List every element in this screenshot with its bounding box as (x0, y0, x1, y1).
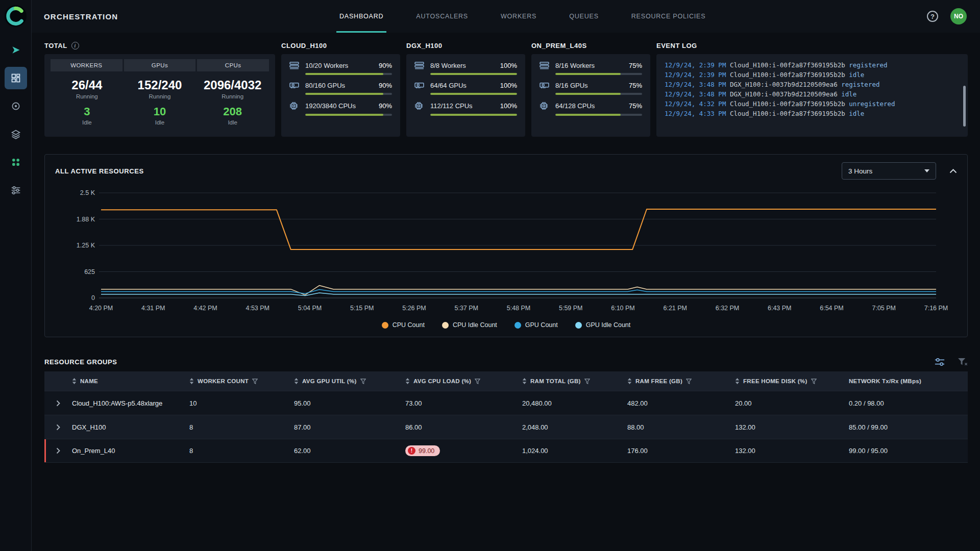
running-label: Running (51, 93, 124, 99)
help-icon[interactable]: ? (927, 11, 938, 22)
svg-text:7:16 PM: 7:16 PM (924, 305, 948, 312)
legend-item-gpu-idle-count[interactable]: GPU Idle Count (575, 321, 631, 329)
table-cell: 482.00 (627, 399, 735, 407)
table-cell: 86.00 (405, 423, 522, 431)
sort-icon[interactable] (735, 378, 740, 384)
tab-resource-policies[interactable]: RESOURCE POLICIES (628, 0, 709, 33)
table-cell: 1,024.00 (522, 447, 627, 455)
column-header-free-home-disk[interactable]: FREE HOME DISK (%) (735, 378, 849, 384)
expand-row-button[interactable] (44, 424, 72, 431)
table-row-on-prem-l40[interactable]: On_Prem_L40862.00!99.001,024.00176.00132… (44, 439, 968, 463)
sort-icon[interactable] (627, 378, 632, 384)
progress-bar (305, 93, 392, 95)
expand-row-button[interactable] (44, 447, 72, 454)
resource-groups-title: RESOURCE GROUPS (44, 358, 117, 366)
resource-metric-row: 8/16 Workers75% (540, 62, 642, 75)
metric-percent: 100% (500, 82, 517, 89)
stats-row: TOTAL i WORKERSGPUsCPUs 26/44Running3Idl… (44, 42, 968, 137)
sort-icon[interactable] (72, 378, 77, 384)
svg-text:4:31 PM: 4:31 PM (141, 305, 165, 312)
progress-bar (430, 93, 517, 95)
tab-queues[interactable]: QUEUES (566, 0, 602, 33)
column-header-ram-total-gb[interactable]: RAM TOTAL (GB) (522, 378, 627, 384)
svg-text:4:20 PM: 4:20 PM (89, 305, 113, 312)
metric-percent: 100% (500, 102, 517, 110)
app-logo[interactable] (4, 5, 27, 28)
resource-metric-row: 64/64 GPUs100% (414, 82, 517, 95)
app-root: ORCHESTRATION DASHBOARDAUTOSCALERSWORKER… (0, 0, 980, 551)
svg-text:5:48 PM: 5:48 PM (506, 305, 530, 312)
legend-dot (442, 322, 449, 329)
column-label: AVG CPU LOAD (%) (413, 378, 471, 384)
gpu-icon (414, 82, 425, 89)
svg-text:6:43 PM: 6:43 PM (767, 305, 791, 312)
sort-icon[interactable] (294, 378, 299, 384)
filter-icon[interactable] (252, 379, 258, 384)
legend-item-gpu-count[interactable]: GPU Count (514, 321, 558, 329)
column-header-ram-free-gb[interactable]: RAM FREE (GB) (627, 378, 735, 384)
legend-label: GPU Count (525, 321, 558, 329)
workers-icon[interactable] (5, 95, 27, 117)
column-settings-icon[interactable] (935, 358, 945, 366)
resource-metric-row: 10/20 Workers90% (289, 62, 392, 75)
filter-icon[interactable] (360, 379, 366, 384)
event-log-scrollbar[interactable] (963, 86, 966, 127)
tab-workers[interactable]: WORKERS (498, 0, 540, 33)
column-header-worker-count[interactable]: WORKER COUNT (189, 378, 294, 384)
svg-text:5:59 PM: 5:59 PM (558, 305, 582, 312)
svg-text:0: 0 (91, 294, 95, 302)
cpu-icon (414, 102, 425, 110)
legend-item-cpu-idle-count[interactable]: CPU Idle Count (442, 321, 497, 329)
metric-label: 8/8 Workers (430, 62, 466, 69)
info-icon[interactable]: i (71, 42, 79, 49)
dashboard-icon[interactable] (5, 67, 27, 89)
tab-dashboard[interactable]: DASHBOARD (336, 0, 386, 33)
metric-label: 1920/3840 CPUs (305, 102, 356, 110)
alert-badge: !99.00 (405, 445, 440, 456)
avatar[interactable]: NO (950, 8, 967, 24)
filter-icon[interactable] (686, 379, 692, 384)
progress-bar (305, 114, 392, 116)
alert-icon: ! (408, 447, 415, 455)
time-range-select[interactable]: 3 Hours (842, 162, 936, 180)
cpu-icon (540, 102, 550, 110)
launch-icon[interactable] (5, 39, 27, 61)
event-log-title: EVENT LOG (656, 42, 968, 49)
table-cell: 2,048.00 (522, 423, 627, 431)
clear-filters-icon[interactable] (958, 358, 968, 366)
resource-panel-cloud-h100: CLOUD_H10010/20 Workers90%80/160 GPUs90%… (281, 42, 400, 137)
svg-text:5:15 PM: 5:15 PM (350, 305, 374, 312)
table-cell: 62.00 (294, 447, 405, 455)
applications-icon[interactable] (5, 151, 27, 173)
metric-label: 64/128 CPUs (555, 102, 595, 110)
table-cell: 20.00 (735, 399, 849, 407)
collapse-panel-button[interactable] (949, 169, 957, 173)
metric-label: 64/64 GPUs (430, 82, 467, 89)
table-row-dgx-h100[interactable]: DGX_H100887.0086.002,048.0088.00132.0085… (44, 415, 968, 439)
column-header-name[interactable]: NAME (72, 378, 189, 384)
sort-icon[interactable] (522, 378, 527, 384)
resource-panel-dgx-h100: DGX_H1008/8 Workers100%64/64 GPUs100%112… (406, 42, 525, 137)
column-header-avg-gpu-util[interactable]: AVG GPU UTIL (%) (294, 378, 405, 384)
column-label: NETWORK Tx/Rx (MBps) (849, 378, 921, 384)
legend-item-cpu-count[interactable]: CPU Count (382, 321, 425, 329)
sort-icon[interactable] (405, 378, 410, 384)
column-header-avg-cpu-load[interactable]: AVG CPU LOAD (%) (405, 378, 522, 384)
sort-icon[interactable] (189, 378, 194, 384)
filter-icon[interactable] (811, 379, 817, 384)
metric-label: 112/112 CPUs (430, 102, 473, 110)
queues-icon[interactable] (5, 123, 27, 145)
expand-row-button[interactable] (44, 400, 72, 407)
filter-icon[interactable] (475, 379, 480, 384)
filter-icon[interactable] (584, 379, 590, 384)
svg-text:625: 625 (84, 268, 95, 276)
gpu-icon (289, 82, 300, 89)
page-title: ORCHESTRATION (44, 12, 118, 21)
time-range-value: 3 Hours (848, 167, 872, 175)
settings-sliders-icon[interactable] (5, 179, 27, 202)
metric-percent: 75% (629, 102, 642, 110)
tab-autoscalers[interactable]: AUTOSCALERS (413, 0, 471, 33)
resource-panel-title: CLOUD_H100 (281, 42, 400, 49)
column-header-network-tx-rx-mbps[interactable]: NETWORK Tx/Rx (MBps) (849, 378, 968, 384)
table-row-cloud-h100-aws-p5-48xlarge[interactable]: Cloud_H100:AWS-p5.48xlarge1095.0073.0020… (44, 391, 968, 415)
